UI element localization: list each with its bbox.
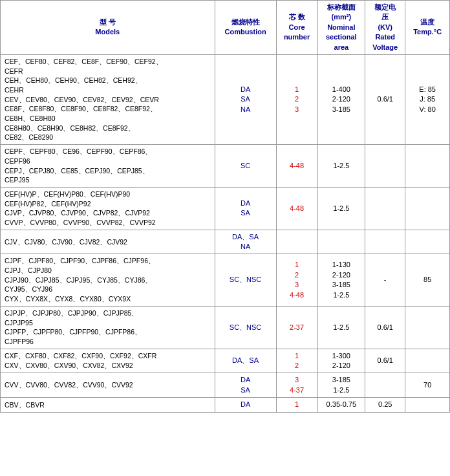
header-voltage-en1: Rated bbox=[375, 33, 395, 41]
cell-combustion: SC、NSC bbox=[215, 306, 276, 349]
cell-combustion: DA SA bbox=[215, 187, 276, 230]
cell-combustion: DA bbox=[215, 398, 276, 412]
header-area-unit: (mm²) bbox=[332, 13, 352, 21]
cell-temperature: 70 bbox=[405, 373, 450, 398]
cell-nominal-area: 3-185 1-2.5 bbox=[317, 373, 365, 398]
cell-nominal-area: 1-2.5 bbox=[317, 187, 365, 230]
cell-nominal-area: 0.35-0.75 bbox=[317, 398, 365, 412]
cell-core-number: 1 2 bbox=[276, 349, 317, 373]
table-row: CJPF、CJPF80、CJPF90、CJPF86、CJPF96、 CJPJ、C… bbox=[1, 254, 450, 306]
cell-temperature: 85 bbox=[405, 254, 450, 306]
cell-core-number: 1 2 3 bbox=[276, 54, 317, 144]
table-row: CJPJP、CJPJP80、CJPJP90、CJPJP85、 CJPJP95 C… bbox=[1, 306, 450, 349]
cell-rated-voltage bbox=[365, 145, 405, 188]
header-temp-en: Temp.°C bbox=[413, 28, 442, 36]
header-combustion-cn: 燃烧特性 bbox=[231, 18, 260, 26]
header-core-en1: Core bbox=[289, 23, 305, 31]
cell-models: CJPF、CJPF80、CJPF90、CJPF86、CJPF96、 CJPJ、C… bbox=[1, 254, 215, 306]
cell-rated-voltage bbox=[365, 230, 405, 254]
header-combustion: 燃烧特性 Combustion bbox=[215, 1, 276, 55]
cell-core-number: 2-37 bbox=[276, 306, 317, 349]
table-row: CVV、CVV80、CVV82、CVV90、CVV92DA SA3 4-373-… bbox=[1, 373, 450, 398]
cell-temperature bbox=[405, 230, 450, 254]
table-row: CJV、CJV80、CJV90、CJV82、CJV92DA、SA NA bbox=[1, 230, 450, 254]
cable-specs-table: 型 号 Models 燃烧特性 Combustion 芯 数 Core numb… bbox=[0, 0, 450, 413]
cell-core-number: 1 bbox=[276, 398, 317, 412]
cell-rated-voltage: 0.6/1 bbox=[365, 349, 405, 373]
header-voltage-cn2: 压 bbox=[381, 13, 389, 21]
cell-rated-voltage bbox=[365, 187, 405, 230]
cell-nominal-area: 1-400 2-120 3-185 bbox=[317, 54, 365, 144]
cell-models: CJV、CJV80、CJV90、CJV82、CJV92 bbox=[1, 230, 215, 254]
table-row: CEF(HV)P、CEF(HV)P80、CEF(HV)P90 CEF(HV)P8… bbox=[1, 187, 450, 230]
header-temp-cn: 温度 bbox=[420, 18, 434, 26]
cell-combustion: DA、SA bbox=[215, 349, 276, 373]
header-rated-voltage: 额定电 压 (KV) Rated Voltage bbox=[365, 1, 405, 55]
header-models-cn: 型 号 bbox=[100, 18, 116, 26]
cell-rated-voltage: 0.6/1 bbox=[365, 54, 405, 144]
cell-rated-voltage: 0.25 bbox=[365, 398, 405, 412]
header-combustion-en: Combustion bbox=[224, 28, 266, 36]
header-area-en2: sectional bbox=[326, 33, 357, 41]
cell-rated-voltage bbox=[365, 373, 405, 398]
cell-models: CEPF、CEPF80、CE96、CEPF90、CEPF86、 CEPF96 C… bbox=[1, 145, 215, 188]
cell-combustion: DA SA NA bbox=[215, 54, 276, 144]
cell-models: CJPJP、CJPJP80、CJPJP90、CJPJP85、 CJPJP95 C… bbox=[1, 306, 215, 349]
cell-nominal-area: 1-300 2-120 bbox=[317, 349, 365, 373]
header-models-en: Models bbox=[95, 28, 120, 36]
cell-core-number: 1 2 3 4-48 bbox=[276, 254, 317, 306]
header-temperature: 温度 Temp.°C bbox=[405, 1, 450, 55]
cell-core-number bbox=[276, 230, 317, 254]
header-models: 型 号 Models bbox=[1, 1, 215, 55]
cell-combustion: DA SA bbox=[215, 373, 276, 398]
header-area-en1: Nominal bbox=[327, 23, 355, 31]
cell-models: CEF(HV)P、CEF(HV)P80、CEF(HV)P90 CEF(HV)P8… bbox=[1, 187, 215, 230]
cell-temperature bbox=[405, 398, 450, 412]
header-area-cn: 标称截面 bbox=[327, 3, 356, 11]
header-nominal-area: 标称截面 (mm²) Nominal sectional area bbox=[317, 1, 365, 55]
table-row: CBV、CBVRDA10.35-0.750.25 bbox=[1, 398, 450, 412]
cell-temperature bbox=[405, 349, 450, 373]
cell-nominal-area: 1-130 2-120 3-185 1-2.5 bbox=[317, 254, 365, 306]
cell-rated-voltage: 0.6/1 bbox=[365, 306, 405, 349]
cell-core-number: 4-48 bbox=[276, 187, 317, 230]
cell-temperature: E: 85 J: 85 V: 80 bbox=[405, 54, 450, 144]
cell-models: CVV、CVV80、CVV82、CVV90、CVV92 bbox=[1, 373, 215, 398]
cell-nominal-area: 1-2.5 bbox=[317, 145, 365, 188]
cell-core-number: 3 4-37 bbox=[276, 373, 317, 398]
cell-models: CBV、CBVR bbox=[1, 398, 215, 412]
header-core-cn: 芯 数 bbox=[289, 13, 305, 21]
cell-core-number: 4-48 bbox=[276, 145, 317, 188]
table-row: CXF、CXF80、CXF82、CXF90、CXF92、CXFR CXV、CXV… bbox=[1, 349, 450, 373]
header-voltage-cn1: 额定电 bbox=[374, 3, 396, 11]
header-voltage-en2: Voltage bbox=[372, 43, 398, 51]
cell-temperature bbox=[405, 187, 450, 230]
header-area-en3: area bbox=[334, 43, 349, 51]
cell-rated-voltage: - bbox=[365, 254, 405, 306]
cell-temperature bbox=[405, 145, 450, 188]
cell-models: CEF、CEF80、CEF82、CE8F、CEF90、CEF92、 CEFR C… bbox=[1, 54, 215, 144]
header-core-number: 芯 数 Core number bbox=[276, 1, 317, 55]
cell-combustion: SC bbox=[215, 145, 276, 188]
cell-models: CXF、CXF80、CXF82、CXF90、CXF92、CXFR CXV、CXV… bbox=[1, 349, 215, 373]
cell-nominal-area: 1-2.5 bbox=[317, 306, 365, 349]
header-voltage-unit: (KV) bbox=[378, 23, 392, 31]
header-core-en2: number bbox=[284, 33, 310, 41]
cell-temperature bbox=[405, 306, 450, 349]
table-row: CEPF、CEPF80、CE96、CEPF90、CEPF86、 CEPF96 C… bbox=[1, 145, 450, 188]
cell-combustion: DA、SA NA bbox=[215, 230, 276, 254]
table-row: CEF、CEF80、CEF82、CE8F、CEF90、CEF92、 CEFR C… bbox=[1, 54, 450, 144]
cell-combustion: SC、NSC bbox=[215, 254, 276, 306]
cell-nominal-area bbox=[317, 230, 365, 254]
